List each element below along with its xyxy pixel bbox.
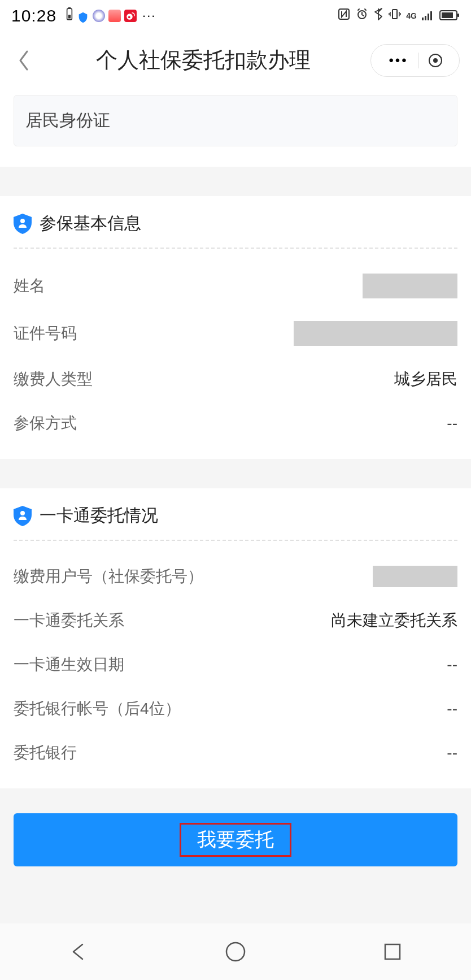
id-type-value: 居民身份证	[25, 111, 110, 129]
button-area: 我要委托	[0, 788, 471, 900]
divider	[14, 248, 457, 249]
row-payer-type: 缴费人类型 城乡居民	[14, 357, 457, 401]
id-type-card: 居民身份证	[0, 89, 471, 167]
sys-back-button[interactable]	[67, 940, 90, 964]
value: 城乡居民	[394, 368, 457, 390]
row-bank-account: 委托银行帐号（后4位） --	[14, 687, 457, 731]
nav-bar: 个人社保委托扣款办理 •••	[0, 32, 471, 89]
svg-point-4	[128, 16, 130, 18]
label: 姓名	[14, 275, 45, 297]
label: 证件号码	[14, 323, 77, 344]
svg-rect-8	[422, 18, 424, 20]
battery-icon	[439, 7, 460, 25]
row-bank: 委托银行 --	[14, 731, 457, 775]
row-relation: 一卡通委托关系 尚未建立委托关系	[14, 599, 457, 643]
network-4g-icon: 4G	[406, 11, 417, 20]
svg-rect-11	[430, 11, 432, 20]
svg-rect-7	[393, 10, 397, 19]
svg-point-18	[20, 511, 25, 515]
value: --	[447, 414, 457, 432]
svg-rect-20	[385, 944, 400, 959]
label: 委托银行帐号（后4位）	[14, 698, 181, 719]
value: --	[447, 744, 457, 762]
capsule-close-button[interactable]	[419, 53, 452, 68]
more-apps-icon: ···	[142, 8, 156, 23]
entrust-button[interactable]: 我要委托	[14, 813, 457, 866]
svg-point-16	[433, 58, 438, 63]
weibo-icon	[124, 10, 137, 22]
row-effective-date: 一卡通生效日期 --	[14, 643, 457, 687]
vibrate-icon	[388, 7, 402, 25]
section-title: 一卡通委托情况	[40, 504, 158, 527]
sys-recent-button[interactable]	[381, 940, 404, 964]
status-time: 10:28	[11, 6, 56, 25]
app-icon	[93, 10, 105, 22]
value: --	[447, 700, 457, 718]
value: 尚未建立委托关系	[331, 610, 457, 631]
capsule-menu-button[interactable]: •••	[378, 53, 418, 68]
label: 一卡通委托关系	[14, 610, 124, 631]
label: 缴费用户号（社保委托号）	[14, 566, 203, 587]
nfc-icon	[337, 7, 351, 25]
redacted-value	[294, 321, 457, 346]
system-nav-bar	[0, 923, 471, 980]
app-icon-2	[108, 10, 121, 22]
label: 一卡通生效日期	[14, 654, 124, 675]
page-title: 个人社保委托扣款办理	[36, 46, 370, 75]
label: 委托银行	[14, 742, 77, 764]
signal-icon	[421, 7, 435, 25]
row-id-number: 证件号码	[14, 310, 457, 357]
svg-rect-14	[442, 12, 453, 18]
battery-temp-icon	[66, 7, 73, 25]
svg-point-19	[226, 943, 245, 961]
redacted-value	[373, 566, 457, 587]
shield-icon	[77, 10, 89, 22]
shield-user-icon	[14, 214, 32, 234]
svg-rect-9	[425, 16, 426, 20]
shield-user-icon	[14, 506, 32, 526]
section-title: 参保基本信息	[40, 212, 141, 235]
value: --	[447, 656, 457, 674]
id-type-select[interactable]: 居民身份证	[14, 95, 457, 146]
svg-rect-10	[428, 14, 429, 20]
redacted-value	[363, 274, 457, 298]
row-insurance-method: 参保方式 --	[14, 401, 457, 445]
divider	[14, 540, 457, 541]
row-name: 姓名	[14, 262, 457, 310]
back-button[interactable]	[11, 48, 36, 73]
entrust-section: 一卡通委托情况 缴费用户号（社保委托号） 一卡通委托关系 尚未建立委托关系 一卡…	[0, 488, 471, 788]
svg-point-17	[20, 219, 25, 223]
label: 缴费人类型	[14, 368, 93, 390]
highlight-box: 我要委托	[180, 823, 291, 857]
status-bar: 10:28 ··· 4G	[0, 0, 471, 32]
miniprogram-capsule: •••	[370, 44, 460, 77]
sys-home-button[interactable]	[224, 940, 247, 964]
button-label: 我要委托	[197, 829, 274, 850]
bluetooth-icon	[373, 7, 383, 25]
svg-rect-1	[68, 7, 71, 8]
row-user-no: 缴费用户号（社保委托号）	[14, 554, 457, 599]
alarm-icon	[355, 7, 369, 25]
basic-info-section: 参保基本信息 姓名 证件号码 缴费人类型 城乡居民 参保方式 --	[0, 196, 471, 459]
label: 参保方式	[14, 413, 77, 434]
svg-rect-13	[457, 14, 459, 17]
svg-rect-2	[68, 15, 71, 19]
